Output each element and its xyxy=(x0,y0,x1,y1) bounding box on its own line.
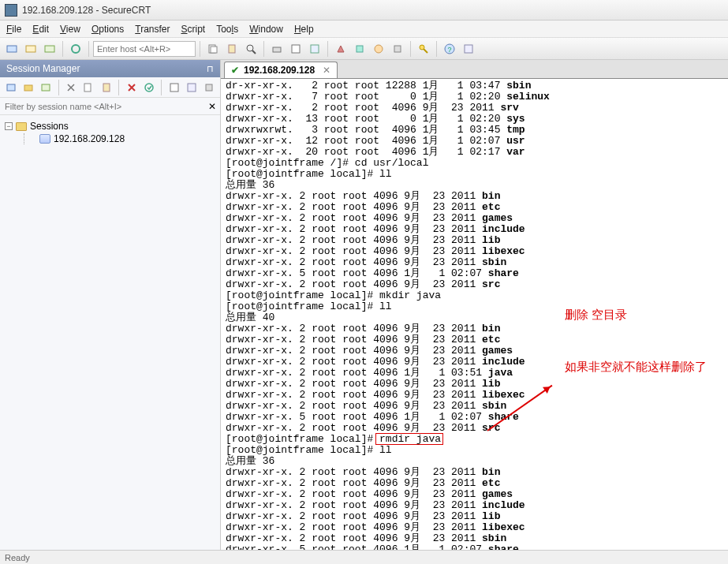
terminal-line: drwxr-xr-x. 2 root root 4096 9月 23 2011 … xyxy=(226,103,723,114)
svg-rect-11 xyxy=(311,45,319,53)
svg-rect-23 xyxy=(42,84,50,91)
toolbar-separator xyxy=(327,41,328,57)
tab-session[interactable]: ✔ 192.168.209.128 ✕ xyxy=(224,62,338,78)
terminal-output[interactable]: dr-xr-xr-x. 2 root root 12288 1月 1 03:47… xyxy=(221,79,728,550)
new-session-button[interactable] xyxy=(3,79,18,96)
svg-rect-28 xyxy=(188,84,196,92)
svg-rect-25 xyxy=(103,84,110,92)
status-dot-icon: ✔ xyxy=(231,65,239,76)
session-toolbar xyxy=(0,77,220,98)
quick-connect-button[interactable] xyxy=(22,40,39,58)
svg-point-7 xyxy=(247,45,253,51)
terminal-line: drwxr-xr-x. 2 root root 4096 9月 23 2011 … xyxy=(226,379,723,390)
tree-root[interactable]: − Sessions xyxy=(5,120,215,133)
toolbar-separator xyxy=(410,41,411,57)
toolbar-separator xyxy=(88,41,89,57)
tool-d-button[interactable] xyxy=(389,40,406,58)
status-left: Ready xyxy=(5,553,30,562)
print-button[interactable] xyxy=(268,40,286,58)
tree-item-label: 192.168.209.128 xyxy=(54,133,125,144)
terminal-line: drwxr-xr-x. 2 root root 4096 9月 23 2011 … xyxy=(226,345,723,357)
menu-help[interactable]: Help xyxy=(294,24,314,35)
terminal-line: drwxr-xr-x. 2 root root 4096 9月 23 2011 … xyxy=(226,500,723,511)
cut-button[interactable] xyxy=(64,79,79,96)
menu-window[interactable]: Window xyxy=(249,24,283,35)
terminal-line: drwxr-xr-x. 5 root root 4096 1月 1 02:07 … xyxy=(226,412,723,423)
tab-bar: ✔ 192.168.209.128 ✕ xyxy=(221,60,728,79)
terminal-line: drwxr-xr-x. 2 root root 4096 9月 23 2011 … xyxy=(226,235,723,246)
paste-session-button[interactable] xyxy=(99,79,114,96)
tab-label: 192.168.209.128 xyxy=(244,65,315,76)
menu-view[interactable]: View xyxy=(60,24,80,35)
more-button[interactable] xyxy=(202,79,217,96)
tree-root-label: Sessions xyxy=(30,121,69,132)
delete-button[interactable] xyxy=(124,79,139,96)
terminal-line: drwxr-xr-x. 13 root root 0 1月 1 02:20 sy… xyxy=(226,114,723,125)
terminal-line: drwxr-xr-x. 2 root root 4096 9月 23 2011 … xyxy=(226,533,723,544)
menu-edit[interactable]: Edit xyxy=(32,24,49,35)
menu-script[interactable]: Script xyxy=(181,24,206,35)
svg-point-3 xyxy=(72,45,80,53)
terminal-area: ✔ 192.168.209.128 ✕ dr-xr-xr-x. 2 root r… xyxy=(221,60,728,550)
terminal-line: drwxr-xr-x. 2 root root 4096 9月 23 2011 … xyxy=(226,191,723,202)
find-button[interactable] xyxy=(242,40,259,58)
prop-button[interactable] xyxy=(141,79,156,96)
clear-filter-icon[interactable]: ✕ xyxy=(204,100,220,113)
expander-icon[interactable]: − xyxy=(5,122,13,130)
menu-options[interactable]: Options xyxy=(91,24,124,35)
svg-marker-12 xyxy=(338,46,344,52)
terminal-line: [root@jointframe local]# ll xyxy=(226,445,723,456)
terminal-line: drwxr-xr-x. 2 root root 4096 9月 23 2011 … xyxy=(226,401,723,412)
props-button[interactable] xyxy=(166,79,181,96)
help-button[interactable]: ? xyxy=(441,40,458,58)
svg-rect-13 xyxy=(357,46,363,52)
key-button[interactable] xyxy=(415,40,432,58)
reconnect-button[interactable] xyxy=(67,40,84,58)
terminal-line: drwxr-xr-x. 2 root root 4096 9月 23 2011 … xyxy=(226,334,723,345)
terminal-line: drwxr-xr-x. 2 root root 4096 9月 23 2011 … xyxy=(226,522,723,533)
tool-b-button[interactable] xyxy=(351,40,368,58)
window-title: 192.168.209.128 - SecureCRT xyxy=(22,5,151,16)
svg-point-14 xyxy=(375,45,383,53)
toolbar-separator xyxy=(118,80,119,95)
host-input[interactable] xyxy=(93,41,196,57)
close-tab-icon[interactable]: ✕ xyxy=(323,65,330,76)
terminal-line: 总用量 40 xyxy=(226,312,723,323)
terminal-line: drwxr-xr-x. 5 root root 4096 1月 1 02:07 … xyxy=(226,544,723,550)
terminal-line: [root@jointframe local]# mkdir java xyxy=(226,290,723,301)
status-bar: Ready xyxy=(0,550,728,564)
tool-a-button[interactable] xyxy=(332,40,349,58)
copy-button[interactable] xyxy=(204,40,222,58)
connect-button[interactable] xyxy=(3,40,21,58)
menu-transfer[interactable]: Transfer xyxy=(135,24,170,35)
terminal-line: drwxr-xr-x. 2 root root 4096 9月 23 2011 … xyxy=(226,202,723,213)
properties-button[interactable] xyxy=(287,40,304,58)
tree-item[interactable]: 192.168.209.128 xyxy=(5,133,215,145)
new-session2-button[interactable] xyxy=(38,79,53,96)
annotation-2: 如果非空就不能这样删除了 xyxy=(565,360,699,374)
terminal-line: drwxr-xr-x. 7 root root 0 1月 1 02:20 sel… xyxy=(226,92,723,103)
pin-icon[interactable]: ⊓ xyxy=(207,64,214,74)
terminal-line: drwxr-xr-x. 12 root root 4096 1月 1 02:07… xyxy=(226,136,723,147)
new-folder-button[interactable] xyxy=(21,79,35,96)
terminal-line: drwxr-xr-x. 2 root root 4096 9月 23 2011 … xyxy=(226,478,723,489)
paste-button[interactable] xyxy=(223,40,241,58)
options-button[interactable] xyxy=(306,40,323,58)
menu-tools[interactable]: Tools xyxy=(216,24,238,35)
terminal-line: [root@jointframe local]# rmdir java xyxy=(226,434,723,445)
filter-input[interactable] xyxy=(0,100,204,113)
highlight-box xyxy=(375,433,443,445)
folder-icon xyxy=(16,122,27,131)
about-button[interactable] xyxy=(460,40,477,58)
terminal-line: drwxr-xr-x. 5 root root 4096 1月 1 02:07 … xyxy=(226,268,723,279)
terminal-line: drwxr-xr-x. 2 root root 4096 9月 23 2011 … xyxy=(226,213,723,224)
connect-tab-button[interactable] xyxy=(41,40,58,58)
tool-c-button[interactable] xyxy=(370,40,387,58)
toolbar-separator xyxy=(436,41,437,57)
terminal-line: drwxr-xr-x. 2 root root 4096 9月 23 2011 … xyxy=(226,511,723,522)
svg-point-26 xyxy=(145,84,153,92)
menu-file[interactable]: File xyxy=(6,24,21,35)
copy-session-button[interactable] xyxy=(81,79,96,96)
refresh-button[interactable] xyxy=(185,79,200,96)
svg-rect-9 xyxy=(273,47,281,52)
